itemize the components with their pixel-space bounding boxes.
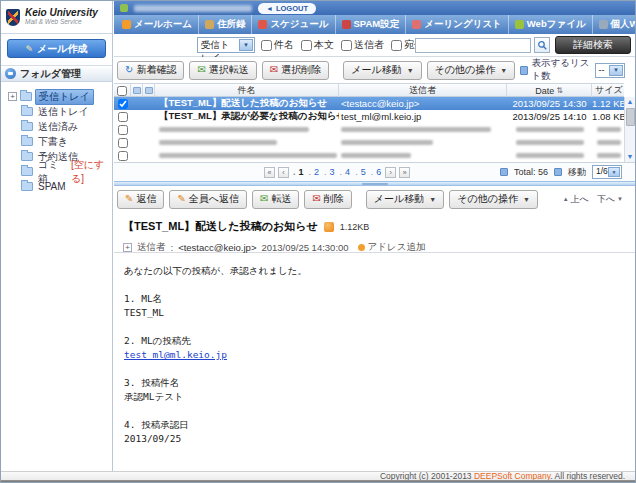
folder-outbox[interactable]: 送信トレイ bbox=[8, 104, 112, 119]
tab-personal-web[interactable]: 個人Web bbox=[593, 15, 636, 34]
tab-schedule[interactable]: スケジュール bbox=[252, 15, 335, 34]
row-checkbox[interactable] bbox=[118, 125, 128, 135]
search-input[interactable] bbox=[415, 38, 531, 53]
tab-mail-home[interactable]: メールホーム bbox=[116, 15, 199, 34]
logout-arrow-icon: ◄ bbox=[266, 5, 273, 12]
prev-page-button[interactable]: ‹ bbox=[278, 167, 289, 178]
body-line: あなたの以下の投稿が、承認されました。 bbox=[124, 264, 635, 278]
preview-toolbar: ✎返信 ✎全員へ返信 ✉転送 ✉削除 メール移動▼ その他の操作▼ ▲上へ 下へ… bbox=[114, 186, 635, 212]
folder-inbox[interactable]: + 受信トレイ bbox=[8, 89, 112, 104]
page-5[interactable]: 5 bbox=[354, 167, 367, 177]
advanced-search-button[interactable]: 詳細検索 bbox=[555, 36, 631, 54]
page-4[interactable]: 4 bbox=[339, 167, 352, 177]
reply-all-button[interactable]: ✎全員へ返信 bbox=[169, 190, 247, 209]
mail-row-2[interactable]: 【TEST_ML】承認が必要な投稿のお知らせ test_ml@ml.keio.j… bbox=[114, 110, 624, 123]
splitter-handle-icon[interactable] bbox=[362, 183, 388, 185]
mail-row-1[interactable]: 【TEST_ML】配送した投稿のお知らせ <testacc@keio.jp> 2… bbox=[114, 97, 624, 110]
chevron-down-icon: ▼ bbox=[407, 67, 414, 74]
mail-row-4-redacted[interactable] bbox=[114, 136, 624, 149]
button-label: 返信 bbox=[136, 192, 156, 206]
redacted-text bbox=[516, 127, 584, 132]
folder-icon bbox=[21, 167, 33, 176]
previous-mail-button[interactable]: ▲上へ bbox=[563, 193, 589, 206]
page-3[interactable]: 3 bbox=[323, 167, 336, 177]
row-checkbox[interactable] bbox=[118, 112, 128, 122]
folder-sent[interactable]: 送信済み bbox=[8, 119, 112, 134]
checkbox-subject[interactable]: 件名 bbox=[261, 38, 294, 52]
mail-row-3-redacted[interactable] bbox=[114, 123, 624, 136]
goto-label[interactable]: 移動 bbox=[568, 166, 586, 179]
forward-selected-button[interactable]: ✉選択転送 bbox=[189, 61, 256, 80]
subject-checkbox[interactable] bbox=[261, 40, 272, 51]
mail-list: 件名 送信者 Date⇅ サイズ 【TEST_ML】配送した投稿のお知らせ <t… bbox=[114, 83, 635, 162]
next-mail-button[interactable]: 下へ▼ bbox=[597, 193, 623, 206]
scroll-down-icon[interactable]: ▼ bbox=[627, 152, 634, 162]
tab-spam-settings[interactable]: SPAM設定 bbox=[336, 15, 407, 34]
checkbox-label: 件名 bbox=[274, 38, 294, 52]
preview-move-dropdown[interactable]: メール移動▼ bbox=[366, 190, 444, 209]
column-subject[interactable]: 件名 bbox=[155, 84, 339, 97]
page-select[interactable]: 1/6 bbox=[592, 165, 622, 179]
scrollbar-thumb[interactable] bbox=[626, 108, 635, 126]
reply-button[interactable]: ✎返信 bbox=[117, 190, 164, 209]
body-line: 3. 投稿件名 bbox=[124, 376, 635, 390]
folder-drafts[interactable]: 下書き bbox=[8, 134, 112, 149]
search-button[interactable] bbox=[534, 37, 550, 53]
row-checkbox[interactable] bbox=[118, 99, 128, 109]
tab-mailing-list[interactable]: メーリングリスト bbox=[406, 15, 509, 34]
preview-size: 1.12KB bbox=[340, 222, 370, 232]
expander-icon[interactable]: + bbox=[8, 92, 17, 101]
preview-other-dropdown[interactable]: その他の操作▼ bbox=[449, 190, 538, 209]
compose-mail-button[interactable]: ✎ メール作成 bbox=[7, 39, 106, 58]
logout-button[interactable]: ◄ LOGOUT bbox=[258, 3, 316, 14]
redacted-text bbox=[159, 153, 337, 158]
select-all-checkbox[interactable] bbox=[117, 86, 127, 96]
search-folder-select[interactable]: 受信トレイ bbox=[197, 37, 255, 53]
redacted-text bbox=[341, 140, 433, 145]
next-page-button[interactable]: › bbox=[385, 167, 396, 178]
column-size[interactable]: サイズ bbox=[592, 84, 626, 97]
check-new-mail-button[interactable]: ↻新着確認 bbox=[117, 61, 184, 80]
first-page-button[interactable]: « bbox=[264, 167, 275, 178]
page-2[interactable]: 2 bbox=[308, 167, 321, 177]
column-sender[interactable]: 送信者 bbox=[339, 84, 507, 97]
reply-icon: ✎ bbox=[125, 194, 133, 204]
page-1[interactable]: 1 bbox=[292, 167, 305, 177]
display-count-select[interactable]: -- bbox=[595, 63, 625, 78]
scroll-up-icon[interactable]: ▲ bbox=[627, 97, 634, 107]
folder-icon bbox=[21, 152, 33, 161]
tab-web-file[interactable]: Webファイル bbox=[509, 15, 593, 34]
column-date[interactable]: Date⇅ bbox=[507, 84, 592, 97]
recipient-checkbox[interactable] bbox=[391, 40, 402, 51]
delete-selected-button[interactable]: ✉選択削除 bbox=[262, 61, 329, 80]
select-all-cell[interactable] bbox=[114, 84, 131, 97]
checkbox-body[interactable]: 本文 bbox=[301, 38, 334, 52]
checkbox-sender[interactable]: 送信者 bbox=[341, 38, 384, 52]
last-page-button[interactable]: » bbox=[399, 167, 410, 178]
list-scrollbar[interactable]: ▲ ▼ bbox=[624, 97, 635, 162]
mail-row-5-redacted[interactable] bbox=[114, 149, 624, 162]
tab-label: スケジュール bbox=[270, 18, 328, 31]
body-checkbox[interactable] bbox=[301, 40, 312, 51]
other-actions-dropdown[interactable]: その他の操作▼ bbox=[427, 61, 516, 80]
move-mail-dropdown[interactable]: メール移動▼ bbox=[343, 61, 421, 80]
keio-logo: Keio University Mail & Web Service bbox=[1, 1, 112, 34]
folder-trash[interactable]: ゴミ箱 [空にする] bbox=[8, 164, 112, 179]
delete-icon: ✉ bbox=[312, 194, 320, 204]
forward-button[interactable]: ✉転送 bbox=[252, 190, 299, 209]
row-checkbox[interactable] bbox=[118, 138, 128, 148]
sender-checkbox[interactable] bbox=[341, 40, 352, 51]
compose-label: メール作成 bbox=[37, 42, 87, 56]
tab-address-book[interactable]: 住所録 bbox=[199, 15, 253, 34]
attachment-column-icon bbox=[143, 84, 155, 97]
page-6[interactable]: 6 bbox=[370, 167, 383, 177]
expand-headers-icon[interactable]: + bbox=[123, 243, 132, 252]
delete-button[interactable]: ✉削除 bbox=[304, 190, 351, 209]
row-checkbox[interactable] bbox=[118, 151, 128, 161]
list-count-icon bbox=[520, 66, 527, 75]
folder-spam[interactable]: SPAM bbox=[8, 179, 112, 194]
mail-size: 1.08 KB bbox=[592, 110, 626, 123]
mailing-list-address-link[interactable]: test_ml@ml.keio.jp bbox=[124, 349, 227, 360]
pencil-icon: ✎ bbox=[25, 44, 33, 54]
down-arrow-icon: ▼ bbox=[617, 196, 623, 202]
